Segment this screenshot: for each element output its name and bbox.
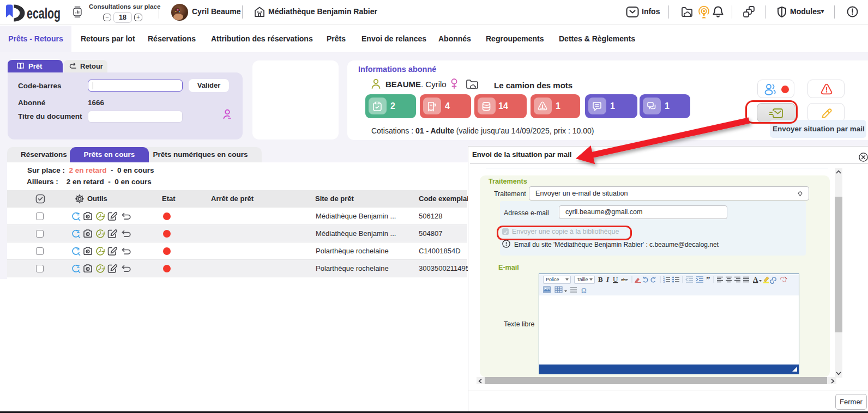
svg-text:abc: abc	[621, 277, 628, 282]
svg-text:U: U	[613, 275, 618, 283]
svg-text:A: A	[753, 275, 758, 283]
svg-text:3: 3	[663, 280, 665, 283]
svg-text:B: B	[598, 275, 603, 283]
svg-text:I: I	[606, 275, 610, 283]
svg-text:ecalog: ecalog	[27, 5, 61, 22]
svg-text:Ω: Ω	[581, 286, 587, 294]
svg-text:”: ”	[706, 275, 710, 284]
